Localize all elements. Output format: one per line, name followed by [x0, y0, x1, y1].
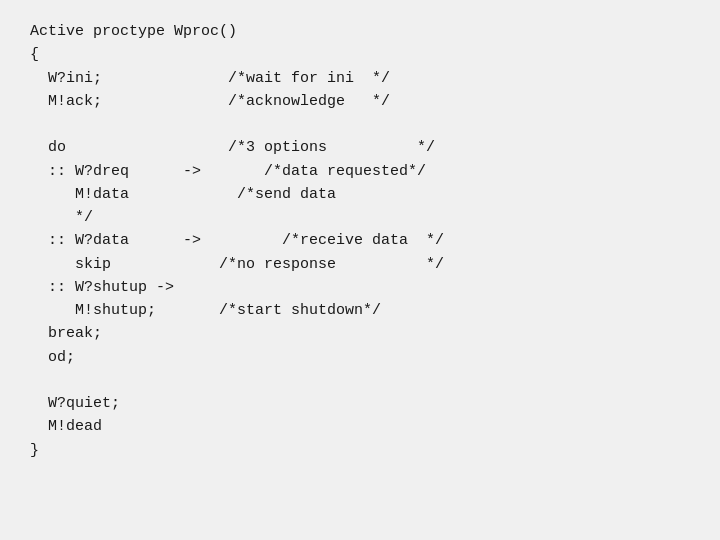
code-container: Active proctype Wproc() { W?ini; /*wait … — [0, 0, 720, 540]
code-block: Active proctype Wproc() { W?ini; /*wait … — [30, 20, 690, 462]
